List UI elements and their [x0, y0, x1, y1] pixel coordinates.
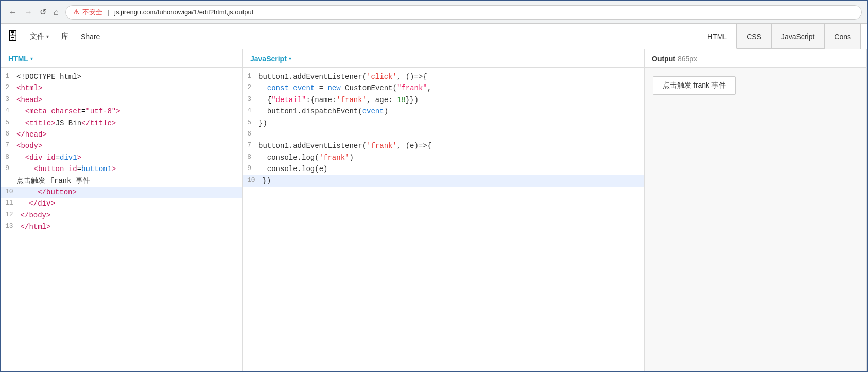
output-area: 点击触发 frank 事件 — [645, 68, 866, 371]
output-panel-size: 865px — [678, 55, 697, 63]
share-button[interactable]: Share — [75, 29, 106, 44]
html-panel-header: HTML ▾ — [1, 49, 242, 68]
html-line-11: 11 </div> — [1, 198, 242, 209]
html-panel-title: HTML — [8, 55, 28, 63]
tab-html[interactable]: HTML — [698, 24, 737, 49]
tab-html-label: HTML — [707, 32, 727, 41]
js-line-9: 9 console.log(e) — [243, 163, 644, 175]
html-line-2: 2 <html> — [1, 82, 242, 94]
html-line-1: 1 <!DOCTYPE html> — [1, 71, 242, 82]
output-panel-title: Output — [652, 55, 675, 63]
address-bar[interactable]: ⚠ 不安全 | js.jirengu.com/tuhonowiga/1/edit… — [65, 5, 862, 20]
refresh-button[interactable]: ↺ — [37, 6, 49, 18]
nav-buttons: ← → ↺ ⌂ — [6, 6, 61, 18]
url-separator: | — [108, 8, 109, 16]
tab-css-label: CSS — [747, 32, 761, 41]
html-panel: HTML ▾ 1 <!DOCTYPE html> 2 <html> 3 <hea… — [1, 49, 243, 371]
warning-icon: ⚠ — [73, 8, 79, 16]
app-logo: 🗄 — [7, 30, 19, 43]
js-line-2: 2 const event = new CustomEvent("frank", — [243, 82, 644, 94]
js-line-8: 8 console.log('frank') — [243, 152, 644, 163]
js-line-3: 3 {"detail":{name:'frank', age: 18}}) — [243, 94, 644, 106]
js-line-1: 1 button1.addEventListener('click', ()=>… — [243, 71, 644, 82]
js-line-7: 7 button1.addEventListener('frank', (e)=… — [243, 140, 644, 151]
lib-button[interactable]: 库 — [55, 29, 75, 44]
js-line-4: 4 button1.dispatchEvent(event) — [243, 106, 644, 117]
html-line-7: 7 <body> — [1, 140, 242, 151]
html-line-12: 12 </body> — [1, 210, 242, 221]
html-line-9: 9 <button id=button1> — [1, 163, 242, 175]
html-line-3: 3 <head> — [1, 94, 242, 106]
tab-css[interactable]: CSS — [737, 24, 771, 49]
js-line-10: 10 }) — [243, 175, 644, 187]
js-code-editor[interactable]: 1 button1.addEventListener('click', ()=>… — [243, 68, 644, 371]
html-line-13: 13 </html> — [1, 221, 242, 232]
forward-button[interactable]: → — [22, 7, 35, 18]
js-line-5: 5 }) — [243, 117, 644, 129]
tab-javascript-label: JavaScript — [781, 32, 814, 41]
output-panel-header: Output 865px — [645, 49, 866, 68]
html-line-8: 8 <div id=div1> — [1, 152, 242, 163]
html-code-editor[interactable]: 1 <!DOCTYPE html> 2 <html> 3 <head> 4 <m… — [1, 68, 242, 371]
js-panel-dropdown-icon[interactable]: ▾ — [289, 56, 291, 61]
share-label: Share — [81, 32, 100, 41]
html-line-6: 6 </head> — [1, 129, 242, 140]
html-panel-dropdown-icon[interactable]: ▾ — [30, 56, 33, 61]
insecure-label: 不安全 — [82, 8, 102, 17]
js-panel-header: JavaScript ▾ — [243, 49, 644, 68]
lib-label: 库 — [61, 32, 68, 41]
tab-console[interactable]: Cons — [824, 24, 861, 49]
js-panel: JavaScript ▾ 1 button1.addEventListener(… — [243, 49, 645, 371]
file-menu-button[interactable]: 文件 ▾ — [24, 29, 55, 44]
html-line-9b: 点击触发 frank 事件 — [1, 175, 242, 187]
html-line-4: 4 <meta charset="utf-8"> — [1, 106, 242, 117]
browser-bar: ← → ↺ ⌂ ⚠ 不安全 | js.jirengu.com/tuhonowig… — [1, 1, 867, 24]
output-panel: Output 865px 点击触发 frank 事件 — [645, 49, 867, 371]
url-text: js.jirengu.com/tuhonowiga/1/edit?html,js… — [114, 8, 253, 16]
tab-cons-label: Cons — [834, 32, 851, 41]
html-line-5: 5 <title>JS Bin</title> — [1, 117, 242, 129]
file-caret-icon: ▾ — [46, 33, 49, 39]
editor-area: HTML ▾ 1 <!DOCTYPE html> 2 <html> 3 <hea… — [1, 49, 867, 371]
back-button[interactable]: ← — [6, 7, 20, 18]
frank-event-button[interactable]: 点击触发 frank 事件 — [653, 76, 736, 95]
file-label: 文件 — [30, 32, 44, 41]
js-panel-title: JavaScript — [250, 55, 287, 63]
js-line-6: 6 — [243, 129, 644, 140]
app-toolbar: 🗄 文件 ▾ 库 Share HTML CSS JavaScript Cons — [1, 24, 867, 49]
html-line-10: 10 </button> — [1, 187, 242, 198]
home-button[interactable]: ⌂ — [51, 7, 61, 18]
tab-javascript[interactable]: JavaScript — [771, 24, 824, 49]
